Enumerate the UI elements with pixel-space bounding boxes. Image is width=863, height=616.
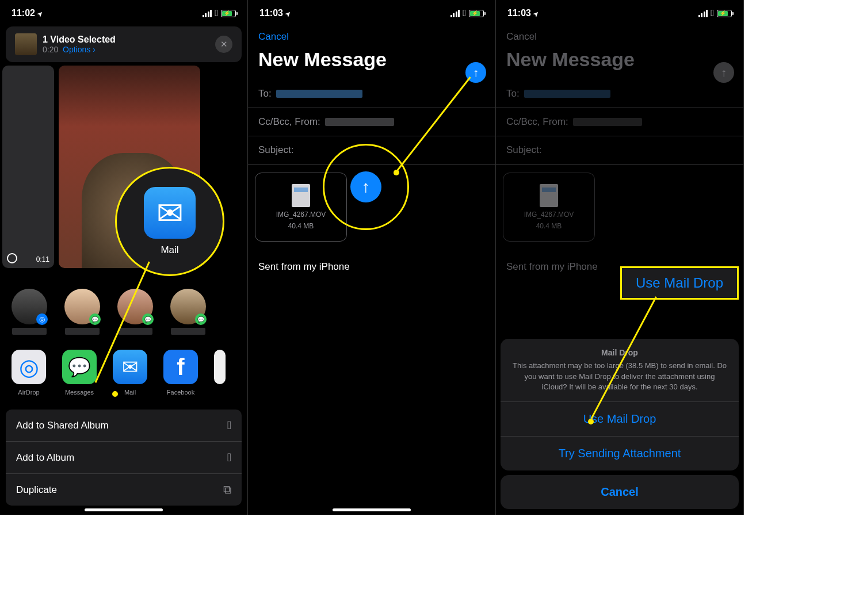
signal-icon [203,10,212,17]
ccbcc-field[interactable]: Cc/Bcc, From: [248,108,495,136]
status-bar: 11:03 􀙇 [496,0,743,23]
compose-title: New Message [496,43,743,80]
home-indicator[interactable] [85,508,163,511]
ccbcc-field: Cc/Bcc, From: [496,108,743,136]
sheet-header: Mail Drop This attachment may be too lar… [501,339,739,401]
sheet-cancel-button[interactable]: Cancel [501,475,739,509]
app-facebook[interactable]: Facebook [163,350,198,396]
attachment: IMG_4267.MOV 40.4 MB [503,173,595,242]
app-more[interactable] [214,350,226,396]
close-button[interactable]: ✕ [215,36,232,53]
to-field[interactable]: To: [248,80,495,108]
status-time: 11:03 [259,8,283,18]
contact-item[interactable] [117,289,153,335]
callout-dot [112,391,118,397]
use-mail-drop-button[interactable]: Use Mail Drop [501,401,739,436]
status-bar: 11:02 􀙇 [0,0,247,23]
facebook-icon [163,350,198,384]
signal-icon [698,10,708,17]
video-card-selected[interactable] [59,66,200,268]
screen-share-sheet: 11:02 􀙇 1 Video Selected 0:20 Options › … [0,0,248,515]
actions-list: Add to Shared Album􀈸 Add to Album􀈸 Dupli… [6,410,242,506]
video-file-icon [292,184,310,207]
video-card[interactable]: 0:11 [2,66,54,268]
callout-mail-drop: Use Mail Drop [620,266,739,300]
status-bar: 11:03 􀙇 [248,0,495,23]
battery-icon [221,10,236,17]
try-sending-button[interactable]: Try Sending Attachment [501,436,739,470]
wifi-icon: 􀙇 [711,8,714,18]
contacts-row [0,280,247,339]
send-button: ↑ [713,62,734,83]
video-file-icon [540,184,558,207]
apps-row: AirDrop Messages Mail Facebook [0,339,247,403]
messages-icon [62,350,97,384]
to-field: To: [496,80,743,108]
contact-item[interactable] [64,289,100,335]
selection-duration: 0:20 [43,45,58,54]
more-icon [214,350,226,384]
screen-new-message: 11:03 􀙇 Cancel New Message ↑ To: Cc/Bcc,… [248,0,496,515]
signature: Sent from my iPhone [248,250,495,284]
subject-field[interactable]: Subject: [248,136,495,164]
subject-field: Subject: [496,136,743,164]
location-icon [285,8,291,18]
wifi-icon: 􀙇 [463,8,466,18]
action-add-album[interactable]: Add to Album􀈸 [6,442,242,474]
selection-title: 1 Video Selected [43,35,215,45]
options-link[interactable]: Options › [63,45,96,54]
app-mail[interactable]: Mail [113,350,147,396]
attachment[interactable]: IMG_4267.MOV 40.4 MB [255,173,347,242]
selection-thumbnail [15,33,37,55]
sheet-title: Mail Drop [512,348,727,357]
duplicate-icon: ⧉ [223,483,231,496]
cancel-button[interactable]: Cancel [248,23,495,43]
compose-title: New Message [248,43,495,80]
callout-dot [394,170,399,175]
home-indicator[interactable] [333,508,411,511]
airdrop-icon [12,350,46,384]
app-airdrop[interactable]: AirDrop [12,350,46,396]
status-time: 11:02 [12,8,35,18]
battery-icon [469,10,484,17]
video-preview-row[interactable]: 0:11 [0,66,247,268]
battery-icon [717,10,732,17]
shared-album-icon: 􀈸 [227,419,231,432]
cancel-button: Cancel [496,23,743,43]
share-header: 1 Video Selected 0:20 Options › ✕ [6,26,242,62]
album-icon: 􀈸 [227,451,231,464]
signal-icon [450,10,460,17]
wifi-icon: 􀙇 [215,8,218,18]
app-messages[interactable]: Messages [62,350,97,396]
action-duplicate[interactable]: Duplicate⧉ [6,474,242,506]
callout-dot [588,419,594,424]
status-time: 11:03 [507,8,531,18]
message-body[interactable]: IMG_4267.MOV 40.4 MB [248,164,495,250]
location-icon [533,8,539,18]
location-icon [37,8,43,18]
contact-item[interactable] [12,289,47,335]
screen-mail-drop-prompt: 11:03 􀙇 Cancel New Message ↑ To: Cc/Bcc,… [496,0,744,515]
contact-item[interactable] [170,289,206,335]
message-body: IMG_4267.MOV 40.4 MB [496,164,743,250]
action-add-shared-album[interactable]: Add to Shared Album􀈸 [6,410,242,442]
mail-icon [113,350,147,384]
